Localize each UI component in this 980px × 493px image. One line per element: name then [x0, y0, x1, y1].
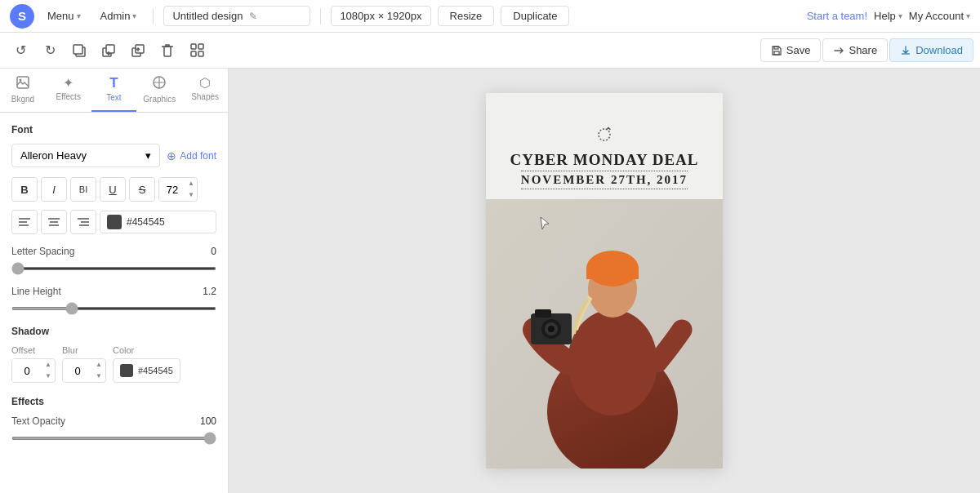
svg-rect-8: [164, 47, 171, 56]
share-label: Share: [849, 44, 877, 56]
left-panel: Bkgnd ✦ Effects T Text Graphics ⬡ Shapes: [0, 69, 229, 493]
app-logo: S: [10, 4, 34, 29]
svg-point-16: [19, 79, 21, 82]
blur-down[interactable]: ▼: [92, 371, 105, 382]
grid-button[interactable]: [183, 37, 211, 64]
text-opacity-value: 100: [200, 415, 216, 427]
offset-down[interactable]: ▼: [42, 371, 55, 382]
align-right-button[interactable]: [70, 210, 96, 234]
shadow-color-swatch[interactable]: #454545: [113, 358, 180, 383]
align-left-button[interactable]: [11, 210, 38, 234]
shadow-section: Shadow Offset ▲ ▼ Blur: [11, 326, 216, 383]
svg-rect-9: [191, 44, 196, 49]
design-title: Untitled design: [172, 10, 243, 22]
svg-rect-10: [198, 44, 203, 49]
letter-spacing-value: 0: [211, 246, 216, 257]
redo-button[interactable]: ↻: [36, 37, 64, 64]
format-row: B I BI U S ▲ ▼: [11, 177, 216, 202]
design-canvas[interactable]: CYBER MONDAY DEAL NOVEMBER 27TH, 2017: [486, 93, 723, 469]
bold-italic-button[interactable]: BI: [70, 177, 96, 202]
align-center-button[interactable]: [41, 210, 67, 234]
line-height-container: Line Height 1.2: [11, 286, 216, 313]
svg-rect-1: [74, 45, 82, 54]
tab-effects[interactable]: ✦ Effects: [46, 69, 91, 112]
text-color-swatch[interactable]: #454545: [100, 211, 216, 233]
text-opacity-slider[interactable]: [11, 437, 216, 440]
underline-button[interactable]: U: [100, 177, 126, 202]
title-area[interactable]: Untitled design ✎: [163, 6, 310, 26]
font-size-input: ▲ ▼: [158, 177, 198, 202]
save-button[interactable]: Save: [760, 38, 822, 62]
svg-point-29: [568, 309, 657, 415]
text-opacity-label: Text Opacity: [11, 415, 65, 427]
shadow-color-group: Color #454545: [113, 345, 180, 383]
menu-button[interactable]: Menu ▾: [41, 7, 87, 25]
design-wrapper: CYBER MONDAY DEAL NOVEMBER 27TH, 2017: [486, 93, 723, 469]
canvas-area: CYBER MONDAY DEAL NOVEMBER 27TH, 2017: [229, 69, 980, 493]
svg-rect-34: [535, 309, 551, 318]
shapes-icon: ⬡: [199, 75, 211, 91]
blur-up[interactable]: ▲: [92, 359, 105, 371]
share-button[interactable]: Share: [822, 38, 888, 62]
line-height-row: Line Height 1.2: [11, 286, 216, 297]
duplicate-button[interactable]: Duplicate: [501, 6, 569, 26]
size-button[interactable]: 1080px × 1920px: [331, 6, 430, 26]
account-button[interactable]: My Account ▾: [909, 10, 970, 22]
canvas-text-area: CYBER MONDAY DEAL NOVEMBER 27TH, 2017: [486, 118, 723, 198]
layer-up-button[interactable]: [124, 37, 152, 64]
delete-button[interactable]: [154, 37, 181, 64]
bkgnd-icon: [16, 75, 30, 93]
letter-spacing-row: Letter Spacing 0: [11, 246, 216, 257]
graphics-icon: [152, 75, 167, 93]
download-label: Download: [915, 44, 963, 56]
admin-button[interactable]: Admin ▾: [94, 7, 144, 25]
help-button[interactable]: Help ▾: [874, 10, 902, 22]
blur-input[interactable]: [63, 359, 92, 382]
italic-button[interactable]: I: [41, 177, 67, 202]
font-name: Alleron Heavy: [20, 149, 87, 162]
add-font-button[interactable]: ⊕ Add font: [167, 144, 216, 167]
line-height-slider[interactable]: [11, 307, 216, 310]
letter-spacing-slider[interactable]: [11, 267, 216, 270]
font-size-spinners: ▲ ▼: [185, 178, 197, 201]
undo-button[interactable]: ↺: [7, 37, 34, 64]
letter-spacing-label: Letter Spacing: [11, 246, 74, 257]
blur-field: ▲ ▼: [62, 358, 106, 383]
offset-input[interactable]: [12, 359, 42, 382]
svg-rect-3: [106, 45, 114, 53]
shadow-row: Offset ▲ ▼ Blur: [11, 345, 216, 383]
bold-button[interactable]: B: [11, 177, 38, 202]
svg-rect-12: [198, 51, 203, 56]
tab-bkgnd[interactable]: Bkgnd: [0, 69, 46, 112]
blur-group: Blur ▲ ▼: [62, 345, 106, 383]
layer-down-button[interactable]: [95, 37, 122, 64]
start-team-button[interactable]: Start a team!: [807, 10, 867, 22]
admin-chevron-icon: ▾: [132, 11, 136, 20]
add-font-icon: ⊕: [167, 149, 176, 162]
navbar: S Menu ▾ Admin ▾ Untitled design ✎ 1080p…: [0, 0, 980, 33]
canvas-title-line2: NOVEMBER 27TH, 2017: [521, 171, 688, 189]
text-icon: T: [109, 75, 118, 91]
font-size-field[interactable]: [159, 178, 185, 201]
offset-up[interactable]: ▲: [42, 359, 55, 371]
tab-shapes[interactable]: ⬡ Shapes: [182, 69, 228, 112]
font-dropdown[interactable]: Alleron Heavy ▾: [11, 144, 160, 167]
help-chevron-icon: ▾: [898, 11, 902, 20]
svg-rect-11: [191, 51, 196, 56]
tab-text[interactable]: T Text: [91, 69, 137, 112]
menu-chevron-icon: ▾: [77, 11, 81, 20]
offset-field: ▲ ▼: [11, 358, 56, 383]
resize-button[interactable]: Resize: [438, 6, 495, 26]
letter-spacing-container: Letter Spacing 0: [11, 246, 216, 273]
strikethrough-button[interactable]: S: [129, 177, 155, 202]
dropdown-chevron-icon: ▾: [145, 149, 151, 162]
offset-label: Offset: [11, 345, 56, 355]
tab-graphics[interactable]: Graphics: [136, 69, 182, 112]
line-height-value: 1.2: [203, 286, 216, 297]
font-size-down[interactable]: ▼: [185, 189, 197, 201]
copy-button[interactable]: [65, 37, 93, 64]
font-size-up[interactable]: ▲: [185, 178, 197, 189]
main-area: Bkgnd ✦ Effects T Text Graphics ⬡ Shapes: [0, 69, 980, 493]
download-button[interactable]: Download: [889, 38, 973, 62]
shadow-color-hex: #454545: [138, 366, 173, 375]
